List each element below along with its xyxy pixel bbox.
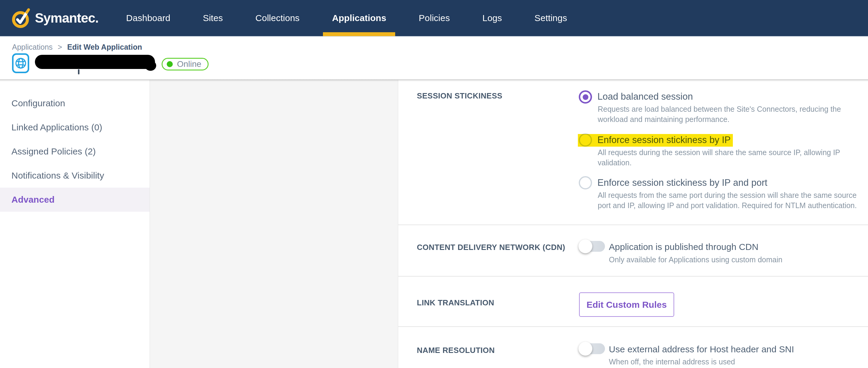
section-divider (398, 276, 868, 277)
app-settings-sidebar: Configuration Linked Applications (0) As… (0, 79, 150, 368)
session-stickiness-label: SESSION STICKINESS (417, 91, 502, 101)
cdn-toggle-sublabel: Only available for Applications using cu… (609, 255, 782, 264)
name-resolution-toggle-sublabel: When off, the internal address is used (609, 358, 735, 366)
nav-menu: Dashboard Sites Collections Applications… (117, 0, 590, 36)
section-divider (398, 224, 868, 225)
cdn-toggle-label: Application is published through CDN (609, 242, 758, 252)
cdn-label: CONTENT DELIVERY NETWORK (CDN) (417, 243, 565, 252)
symantec-checkmark-icon (11, 7, 31, 29)
status-label: Online (177, 59, 202, 69)
cdn-toggle-knob (579, 239, 592, 253)
nav-item-collections[interactable]: Collections (247, 0, 309, 36)
option-desc-stickiness-by-ip-and-port: All requests from the same port during t… (598, 190, 868, 210)
status-badge: Online (162, 58, 209, 70)
sidebar-item-assigned-policies[interactable]: Assigned Policies (2) (0, 139, 150, 164)
radio-load-balanced-session[interactable] (579, 90, 592, 104)
symantec-logo[interactable]: Symantec. (11, 7, 98, 29)
nav-item-applications[interactable]: Applications (323, 0, 395, 36)
nav-item-policies[interactable]: Policies (410, 0, 459, 36)
breadcrumb: Applications > Edit Web Application (12, 43, 142, 52)
app-name-letter-descender (78, 69, 80, 75)
nav-item-dashboard[interactable]: Dashboard (117, 0, 179, 36)
app-name-redaction (35, 55, 155, 69)
name-resolution-toggle[interactable] (579, 343, 605, 354)
nav-item-logs[interactable]: Logs (473, 0, 511, 36)
link-translation-label: LINK TRANSLATION (417, 298, 494, 308)
option-desc-load-balanced-session: Requests are load balanced between the S… (598, 104, 847, 124)
radio-stickiness-by-ip[interactable] (579, 134, 592, 147)
sidebar-item-linked-applications[interactable]: Linked Applications (0) (0, 115, 150, 139)
sidebar-item-configuration[interactable]: Configuration (0, 91, 150, 115)
sidebar-item-advanced[interactable]: Advanced (0, 188, 150, 212)
name-resolution-toggle-label: Use external address for Host header and… (609, 344, 794, 355)
breadcrumb-separator: > (58, 43, 62, 51)
cdn-toggle[interactable] (579, 241, 605, 252)
option-desc-stickiness-by-ip: All requests during the session will sha… (598, 147, 863, 168)
nav-item-sites[interactable]: Sites (194, 0, 232, 36)
edit-custom-rules-button[interactable]: Edit Custom Rules (579, 292, 674, 317)
sidebar-item-notifications-visibility[interactable]: Notifications & Visibility (0, 164, 150, 188)
advanced-settings-panel: SESSION STICKINESS Load balanced session… (398, 79, 868, 368)
option-label-stickiness-by-ip-and-port[interactable]: Enforce session stickiness by IP and por… (597, 177, 768, 188)
online-status-dot-icon (167, 61, 173, 67)
breadcrumb-current: Edit Web Application (67, 43, 142, 51)
nav-item-settings[interactable]: Settings (526, 0, 576, 36)
section-divider (398, 326, 868, 327)
option-label-stickiness-by-ip[interactable]: Enforce session stickiness by IP (597, 135, 731, 145)
breadcrumb-applications-link[interactable]: Applications (12, 43, 53, 51)
brand-name: Symantec. (35, 10, 98, 26)
top-navbar: Symantec. Dashboard Sites Collections Ap… (0, 0, 868, 36)
sidebar-spacer (0, 79, 150, 91)
empty-content-panel (150, 80, 398, 368)
radio-stickiness-by-ip-and-port[interactable] (579, 176, 592, 190)
page-header: Applications > Edit Web Application Onli… (0, 36, 868, 79)
name-resolution-label: NAME RESOLUTION (417, 346, 495, 355)
option-label-load-balanced-session[interactable]: Load balanced session (597, 91, 693, 102)
app-screen: Symantec. Dashboard Sites Collections Ap… (0, 0, 868, 368)
web-app-icon-box (12, 53, 29, 73)
globe-icon (15, 57, 27, 69)
name-resolution-toggle-knob (579, 342, 592, 356)
